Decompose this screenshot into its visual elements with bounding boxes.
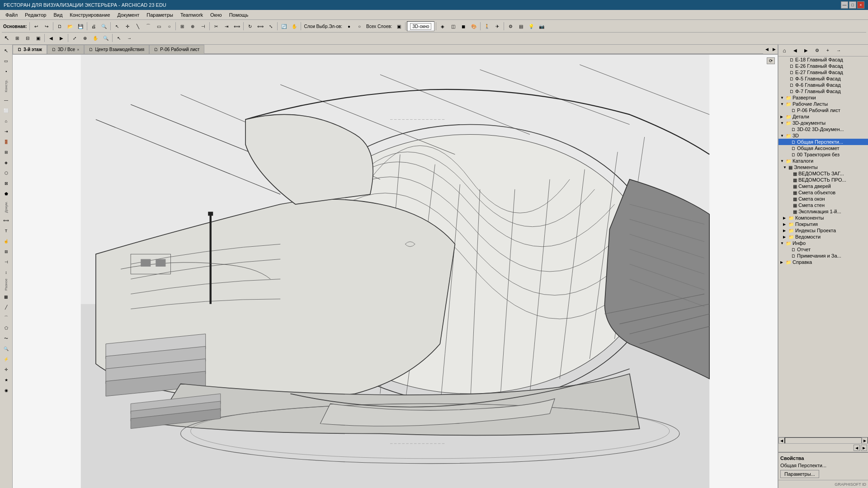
tree-item-explik[interactable]: ▦ Экспликация 1-й... <box>778 208 868 215</box>
panel-resize-right[interactable]: ▶ <box>861 445 867 451</box>
zoom-out-2[interactable]: 🔍 <box>101 33 111 43</box>
lt-magic[interactable]: ⚡ <box>1 354 11 364</box>
tab-center[interactable]: 🗋 Центр Взаимодействия <box>84 45 149 54</box>
tree-item-pokrytia[interactable]: ▶ 📁 Покрытия <box>778 221 868 227</box>
menu-help[interactable]: Помощь <box>226 11 252 19</box>
rp-open[interactable]: → <box>834 46 844 56</box>
tree-item-spravka[interactable]: ▶ 📁 Справка <box>778 259 868 265</box>
maximize-button[interactable]: □ <box>849 1 856 9</box>
menu-file[interactable]: Файл <box>2 11 21 19</box>
view-section[interactable]: ⊟ <box>23 33 33 43</box>
zoom-in-button[interactable]: 🔍 <box>99 21 109 31</box>
scale-tool[interactable]: ⤡ <box>266 21 276 31</box>
extend-tool[interactable]: ⇥ <box>222 21 231 31</box>
close-button[interactable]: × <box>857 1 864 9</box>
snap-grid[interactable]: ⊞ <box>177 21 187 31</box>
scroll-left-btn[interactable]: ◀ <box>778 437 785 444</box>
save-button[interactable]: 💾 <box>75 21 85 31</box>
tab-floor3[interactable]: 🗋 3-й этаж <box>13 45 47 54</box>
tree-item-notes[interactable]: 🗋 Примечания и За... <box>778 253 868 259</box>
properties-button[interactable]: Параметры... <box>780 470 819 478</box>
lt-select[interactable]: ↖ <box>1 46 11 56</box>
print-button[interactable]: 🖨 <box>89 21 99 31</box>
tree-item-3d02[interactable]: 🗋 3D-02 3D-Докумен... <box>778 126 868 132</box>
tree-item-info[interactable]: ▼ 📁 Инфо <box>778 240 868 246</box>
tree-item-e18[interactable]: 🗋 Е-18 Главный Фасад <box>778 56 868 63</box>
scroll-right-btn[interactable]: ▶ <box>862 437 868 444</box>
tab-3d[interactable]: 🗋 3D / Все × <box>47 45 85 54</box>
tree-item-general-persp[interactable]: 🗋 Общая Перспекти... <box>778 139 868 145</box>
menu-construct[interactable]: Конструирование <box>66 11 113 19</box>
menu-params[interactable]: Параметры <box>143 11 177 19</box>
tree-item-smeta-dver[interactable]: ▦ Смета дверей <box>778 183 868 189</box>
lt-wall[interactable]: ▭ <box>1 56 11 66</box>
tree-item-ved-pro[interactable]: ▦ ВЕДОМОСТЬ ПРО... <box>778 177 868 183</box>
tab-scroll-right[interactable]: ▶ <box>770 45 778 54</box>
lt-label[interactable]: ☝ <box>1 236 11 246</box>
tree-item-smeta-okn[interactable]: ▦ Смета окон <box>778 196 868 202</box>
select-next[interactable]: → <box>124 33 134 43</box>
scroll-track[interactable] <box>785 437 862 444</box>
lt-poly[interactable]: ⬠ <box>1 323 11 333</box>
draw-arc[interactable]: ⌒ <box>143 21 153 31</box>
lt-dim[interactable]: ⟺ <box>1 216 11 225</box>
layer-on[interactable]: ● <box>344 21 354 31</box>
all-layers-btn[interactable]: ▣ <box>394 21 404 31</box>
lt-beam[interactable]: — <box>1 95 11 105</box>
open-button[interactable]: 📂 <box>65 21 75 31</box>
3d-orbit[interactable]: 🔄 <box>279 21 289 31</box>
draw-rect[interactable]: ▭ <box>154 21 164 31</box>
tree-item-components[interactable]: ▶ 📁 Компоненты <box>778 215 868 221</box>
view-floor-plan[interactable]: ⊞ <box>12 33 22 43</box>
minimize-button[interactable]: — <box>841 1 848 9</box>
lt-section[interactable]: ⊣ <box>1 257 11 267</box>
fit-window[interactable]: ⤢ <box>70 33 80 43</box>
window-controls[interactable]: — □ × <box>841 1 864 9</box>
offset-tool[interactable]: ⟺ <box>232 21 242 31</box>
lt-mesh[interactable]: ⊠ <box>1 178 11 188</box>
menu-document[interactable]: Документ <box>114 11 143 19</box>
lt-line[interactable]: ╱ <box>1 302 11 312</box>
tree-item-smeta-sten[interactable]: ▦ Смета стен <box>778 202 868 208</box>
tree-item-e26[interactable]: 🗋 Е-26 Главный Фасад <box>778 63 868 69</box>
rp-settings[interactable]: ⚙ <box>812 46 822 56</box>
tree-item-detali[interactable]: ▶ 📁 Детали <box>778 113 868 120</box>
lt-text[interactable]: T <box>1 226 11 236</box>
lt-door[interactable]: 🚪 <box>1 137 11 147</box>
surface-btn[interactable]: ▤ <box>516 21 526 31</box>
rotate-tool[interactable]: ↻ <box>245 21 255 31</box>
tree-item-vedomosti[interactable]: ▶ 📁 Ведомости <box>778 234 868 240</box>
undo-button[interactable]: ↩ <box>31 21 41 31</box>
lt-arc2[interactable]: ⌒ <box>1 313 11 323</box>
tree-item-00traj[interactable]: 🗋 00 Траектория без <box>778 151 868 158</box>
lt-roof[interactable]: ⌂ <box>1 116 11 126</box>
lt-column[interactable]: ▪ <box>1 66 11 76</box>
3d-wire[interactable]: ◫ <box>448 21 458 31</box>
tab-3d-close[interactable]: × <box>77 47 79 52</box>
nav-next[interactable]: ▶ <box>57 33 66 43</box>
trim-tool[interactable]: ✂ <box>211 21 221 31</box>
draw-line[interactable]: ╲ <box>133 21 143 31</box>
lt-elevation[interactable]: ↕ <box>1 267 11 277</box>
lt-transform[interactable]: ✛ <box>1 365 11 375</box>
view-rotate-x[interactable]: ⟳ <box>767 57 775 64</box>
camera-btn[interactable]: 📷 <box>537 21 547 31</box>
3d-pan[interactable]: ✋ <box>289 21 299 31</box>
lt-extra1[interactable]: ★ <box>1 375 11 385</box>
snap-point[interactable]: ⊕ <box>188 21 198 31</box>
lt-drawing[interactable]: ⊞ <box>1 247 11 257</box>
tree-item-ved-zag[interactable]: ▦ ВЕДОМОСТЬ ЗАГ... <box>778 170 868 177</box>
3d-solid[interactable]: ◼ <box>458 21 468 31</box>
tree-item-p06[interactable]: 🗋 Р-06 Рабочий лист <box>778 107 868 113</box>
redo-button[interactable]: ↪ <box>42 21 52 31</box>
lt-zone[interactable]: ⬡ <box>1 168 11 178</box>
nav-fly[interactable]: ✈ <box>492 21 502 31</box>
lt-morph[interactable]: ⬟ <box>1 189 11 199</box>
pointer-tool[interactable]: ✛ <box>123 21 132 31</box>
menu-window[interactable]: Окно <box>207 11 226 19</box>
new-button[interactable]: 🗋 <box>55 21 65 31</box>
tree-item-rablisty[interactable]: ▼ 📁 Рабочие Листы <box>778 101 868 107</box>
tree-item-3d-folder[interactable]: ▼ 📁 3D <box>778 132 868 139</box>
3d-shading[interactable]: ◈ <box>438 21 448 31</box>
tree-item-otchet[interactable]: 🗋 Отчет <box>778 246 868 253</box>
